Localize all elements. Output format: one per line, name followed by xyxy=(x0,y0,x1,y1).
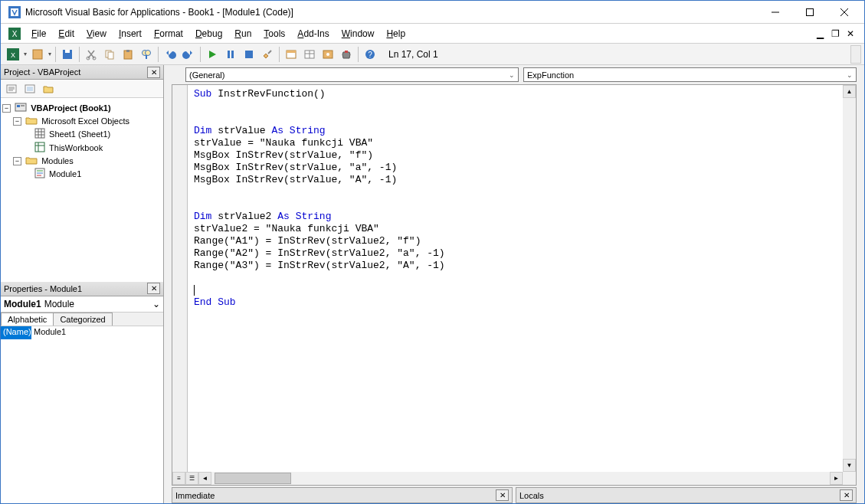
menu-edit[interactable]: Edit xyxy=(52,27,80,41)
tree-item-sheet1-label: Sheet1 (Sheet1) xyxy=(49,129,110,139)
menu-bar: X FileEditViewInsertFormatDebugRunToolsA… xyxy=(1,24,864,44)
scrollbar-thumb[interactable] xyxy=(215,473,291,484)
mdi-close-button[interactable]: ✕ xyxy=(844,28,857,39)
toggle-folders-button[interactable] xyxy=(40,80,57,97)
horizontal-scrollbar[interactable]: ≡ ☰ ◄ ► xyxy=(172,472,843,485)
properties-grid[interactable]: (Name) Module1 xyxy=(1,326,163,504)
minimize-button[interactable] xyxy=(758,2,792,23)
find-button[interactable] xyxy=(138,46,155,63)
menu-view[interactable]: View xyxy=(80,27,113,41)
menu-tools[interactable]: Tools xyxy=(257,27,291,41)
tree-item-thisworkbook[interactable]: ThisWorkbook xyxy=(2,141,162,155)
menu-debug[interactable]: Debug xyxy=(189,27,228,41)
view-excel-button[interactable]: X xyxy=(5,46,21,63)
view-object-button[interactable] xyxy=(21,80,38,97)
svg-text:?: ? xyxy=(368,51,372,59)
properties-pane-close-button[interactable]: ✕ xyxy=(147,283,160,294)
object-combo[interactable]: (General) ⌄ xyxy=(185,67,519,82)
locals-pane-header[interactable]: Locals ✕ xyxy=(516,487,857,503)
properties-pane-header: Properties - Module1 ✕ xyxy=(1,282,163,296)
project-pane-close-button[interactable]: ✕ xyxy=(147,67,160,78)
folder-icon xyxy=(25,116,38,126)
menu-addins[interactable]: Add-Ins xyxy=(291,27,335,41)
scroll-down-button[interactable]: ▼ xyxy=(843,459,856,472)
tree-root[interactable]: − VBAProject (Book1) xyxy=(2,101,162,115)
reset-button[interactable] xyxy=(241,46,257,63)
properties-window-button[interactable] xyxy=(301,46,318,63)
menu-run[interactable]: Run xyxy=(228,27,257,41)
insert-module-button[interactable] xyxy=(29,46,46,63)
save-button[interactable] xyxy=(59,46,76,63)
svg-rect-17 xyxy=(126,50,129,52)
svg-rect-11 xyxy=(65,50,70,53)
chevron-down-icon: ⌄ xyxy=(847,71,853,79)
workbook-icon xyxy=(34,142,45,154)
immediate-pane-header[interactable]: Immediate ✕ xyxy=(172,487,513,503)
svg-rect-9 xyxy=(33,50,42,59)
full-module-view-button[interactable]: ☰ xyxy=(185,472,198,485)
project-pane-title: Project - VBAProject xyxy=(4,67,80,77)
properties-object-selector[interactable]: Module1 Module ⌄ xyxy=(1,296,163,313)
property-row-name: (Name) Module1 xyxy=(1,326,163,339)
tree-item-module1[interactable]: Module1 xyxy=(2,167,162,181)
tree-folder-objects[interactable]: − Microsoft Excel Objects xyxy=(2,115,162,127)
project-tree[interactable]: − VBAProject (Book1) − Microsoft Excel O… xyxy=(1,98,163,282)
scroll-left-button[interactable]: ◄ xyxy=(198,472,211,485)
toolbox-button[interactable] xyxy=(338,46,355,63)
svg-rect-42 xyxy=(17,105,20,107)
menu-format[interactable]: Format xyxy=(148,27,189,41)
toolbar-overflow[interactable] xyxy=(850,45,861,64)
tab-categorized[interactable]: Categorized xyxy=(53,313,112,326)
mdi-restore-button[interactable]: ❐ xyxy=(829,28,841,39)
window-title: Microsoft Visual Basic for Applications … xyxy=(25,7,758,18)
property-name-label: (Name) xyxy=(1,326,31,339)
vertical-scrollbar[interactable]: ▲ ▼ xyxy=(843,85,856,485)
immediate-pane-close-button[interactable]: ✕ xyxy=(496,489,509,501)
excel-doc-icon: X xyxy=(8,28,21,40)
run-button[interactable] xyxy=(204,46,221,63)
tree-item-module1-label: Module1 xyxy=(49,169,81,178)
maximize-button[interactable] xyxy=(792,2,827,23)
procedure-combo[interactable]: ExpFunction ⌄ xyxy=(523,67,857,82)
design-mode-button[interactable] xyxy=(259,46,276,63)
svg-point-19 xyxy=(146,50,151,55)
svg-rect-15 xyxy=(108,52,113,59)
cut-button[interactable] xyxy=(83,46,100,63)
scroll-up-button[interactable]: ▲ xyxy=(843,85,856,98)
locals-pane-close-button[interactable]: ✕ xyxy=(840,489,853,501)
mdi-minimize-button[interactable]: ▁ xyxy=(814,28,826,39)
menu-window[interactable]: Window xyxy=(336,27,381,41)
vbaproject-icon xyxy=(15,102,27,114)
collapse-icon[interactable]: − xyxy=(13,157,21,165)
code-text[interactable]: Sub InstrRevFunction() Dim strValue As S… xyxy=(188,85,843,485)
redo-button[interactable] xyxy=(180,46,197,63)
close-button[interactable] xyxy=(827,2,861,23)
break-button[interactable] xyxy=(222,46,239,63)
tree-folder-objects-label: Microsoft Excel Objects xyxy=(41,116,129,126)
project-explorer-button[interactable] xyxy=(283,46,300,63)
property-name-value[interactable]: Module1 xyxy=(31,326,163,339)
cursor-position: Ln 17, Col 1 xyxy=(382,49,444,60)
object-browser-button[interactable] xyxy=(319,46,336,63)
collapse-icon[interactable]: − xyxy=(2,104,11,113)
svg-line-24 xyxy=(268,51,271,54)
undo-button[interactable] xyxy=(162,46,179,63)
menu-insert[interactable]: Insert xyxy=(113,27,148,41)
svg-text:X: X xyxy=(12,30,18,38)
scroll-right-button[interactable]: ► xyxy=(830,472,843,485)
tree-folder-modules[interactable]: − Modules xyxy=(2,155,162,167)
svg-rect-22 xyxy=(231,51,234,58)
menu-help[interactable]: Help xyxy=(380,27,411,41)
tree-item-sheet1[interactable]: Sheet1 (Sheet1) xyxy=(2,127,162,141)
copy-button[interactable] xyxy=(101,46,118,63)
menu-file[interactable]: File xyxy=(25,27,52,41)
help-button[interactable]: ? xyxy=(362,46,378,63)
procedure-view-button[interactable]: ≡ xyxy=(172,472,185,485)
properties-object-type: Module xyxy=(44,299,74,309)
code-gutter xyxy=(172,85,188,485)
view-code-button[interactable] xyxy=(3,80,20,97)
code-editor[interactable]: Sub InstrRevFunction() Dim strValue As S… xyxy=(172,84,857,486)
paste-button[interactable] xyxy=(120,46,136,63)
tab-alphabetic[interactable]: Alphabetic xyxy=(1,313,54,326)
collapse-icon[interactable]: − xyxy=(13,117,21,126)
